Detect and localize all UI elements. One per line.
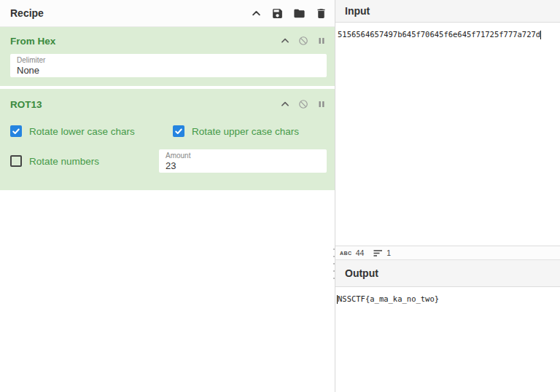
character-count-icon: ABC bbox=[340, 251, 352, 256]
amount-input[interactable]: Amount 23 bbox=[159, 149, 327, 173]
recipe-header: Recipe bbox=[0, 0, 335, 27]
output-text: NSSCTF{a_ma_ka_no_two} bbox=[338, 294, 439, 303]
operation-from-hex[interactable]: From Hex Delimiter bbox=[0, 27, 335, 86]
checkbox-label: Rotate numbers bbox=[29, 156, 99, 167]
checkbox-label: Rotate lower case chars bbox=[29, 126, 135, 137]
breakpoint-icon[interactable] bbox=[316, 36, 327, 46]
folder-icon[interactable] bbox=[293, 7, 306, 20]
rot13-options-row-2: Rotate numbers Amount 23 bbox=[10, 149, 327, 173]
checkbox-box[interactable] bbox=[173, 125, 184, 137]
io-panel: Input 5156564657497b645f70645f6e645f7172… bbox=[335, 0, 560, 392]
input-caret bbox=[540, 31, 541, 39]
output-header: Output bbox=[335, 259, 560, 287]
input-status-bar: ABC 44 1 bbox=[335, 246, 560, 259]
panel-splitter-handle[interactable] bbox=[332, 248, 336, 285]
breakpoint-icon[interactable] bbox=[316, 99, 327, 109]
delimiter-select[interactable]: Delimiter None bbox=[10, 54, 327, 77]
recipe-panel: Recipe From Hex bbox=[0, 0, 335, 392]
arg-label: Delimiter bbox=[17, 56, 320, 65]
input-header: Input bbox=[335, 0, 560, 23]
checkbox-rotate-lower-case[interactable]: Rotate lower case chars bbox=[10, 125, 173, 137]
operation-controls bbox=[280, 36, 327, 46]
checkbox-box[interactable] bbox=[10, 155, 22, 167]
recipe-controls bbox=[251, 7, 327, 20]
input-text: 5156564657497b645f70645f6e645f71725f777a… bbox=[338, 30, 540, 39]
input-title: Input bbox=[345, 5, 370, 17]
checkbox-box[interactable] bbox=[10, 125, 22, 137]
recipe-list: From Hex Delimiter bbox=[0, 27, 335, 392]
chevron-up-icon[interactable] bbox=[280, 99, 290, 109]
save-icon[interactable] bbox=[271, 7, 284, 20]
operation-header: ROT13 bbox=[10, 97, 327, 111]
line-count-icon bbox=[373, 249, 383, 257]
trash-icon[interactable] bbox=[315, 7, 327, 20]
checkbox-rotate-numbers[interactable]: Rotate numbers bbox=[10, 155, 159, 167]
operation-header: From Hex bbox=[10, 34, 327, 48]
chevron-up-icon[interactable] bbox=[251, 8, 262, 19]
operation-rot13[interactable]: ROT13 bbox=[0, 89, 335, 190]
input-textarea[interactable]: 5156564657497b645f70645f6e645f71725f777a… bbox=[335, 23, 560, 246]
character-count-value: 44 bbox=[356, 248, 365, 257]
operation-title: ROT13 bbox=[10, 99, 280, 110]
arg-value: 23 bbox=[166, 160, 320, 171]
line-count-value: 1 bbox=[386, 248, 391, 257]
checkbox-label: Rotate upper case chars bbox=[192, 126, 299, 137]
cyberchef-app: Recipe From Hex bbox=[0, 0, 560, 392]
output-title: Output bbox=[345, 267, 378, 279]
rot13-options-row-1: Rotate lower case chars Rotate upper cas… bbox=[10, 125, 327, 138]
disable-icon[interactable] bbox=[298, 36, 308, 46]
checkmark-icon bbox=[174, 127, 183, 136]
output-textarea[interactable]: NSSCTF{a_ma_ka_no_two} bbox=[335, 287, 560, 392]
operation-title: From Hex bbox=[10, 36, 280, 47]
arg-value: None bbox=[17, 65, 320, 76]
operation-controls bbox=[280, 99, 327, 109]
checkbox-rotate-upper-case[interactable]: Rotate upper case chars bbox=[173, 125, 299, 137]
recipe-title: Recipe bbox=[10, 7, 251, 19]
arg-label: Amount bbox=[166, 152, 320, 160]
disable-icon[interactable] bbox=[298, 99, 308, 109]
chevron-up-icon[interactable] bbox=[280, 36, 290, 46]
checkmark-icon bbox=[12, 127, 20, 136]
